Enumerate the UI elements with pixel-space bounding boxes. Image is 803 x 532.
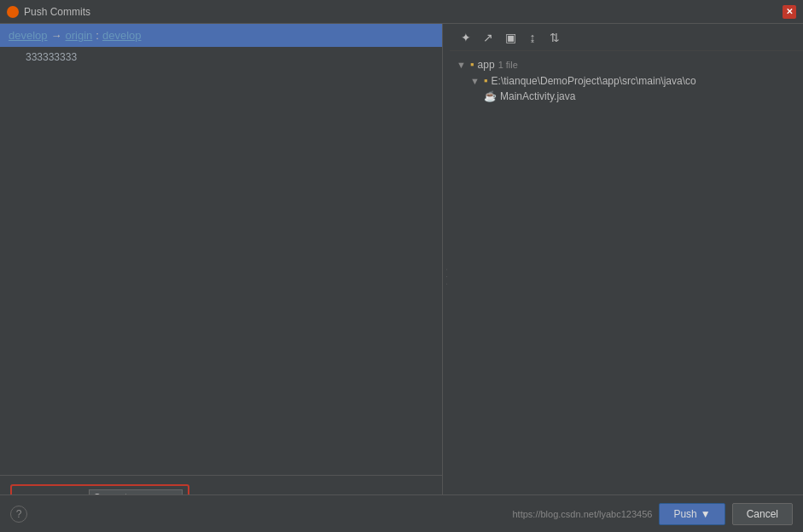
panel-divider[interactable]: · · · bbox=[443, 24, 450, 532]
cancel-button[interactable]: Cancel bbox=[732, 503, 793, 525]
branch-row[interactable]: develop → origin : develop bbox=[0, 24, 442, 47]
left-panel: develop → origin : develop 333333333 Pus… bbox=[0, 24, 443, 532]
commit-hash: 333333333 bbox=[26, 51, 77, 63]
toolbar-view-button[interactable]: ▣ bbox=[501, 28, 520, 47]
right-toolbar: ✦ ↗ ▣ ↨ ⇅ bbox=[450, 24, 803, 51]
toolbar-sort-desc-button[interactable]: ⇅ bbox=[545, 28, 564, 47]
tree-arrow-app: ▼ bbox=[457, 60, 467, 70]
branch-origin-link[interactable]: origin bbox=[66, 29, 93, 42]
branch-colon: : bbox=[96, 29, 99, 42]
folder-path-icon: ▪ bbox=[484, 74, 488, 87]
help-icon: ? bbox=[16, 508, 22, 520]
bottom-right: https://blog.csdn.net/lyabc123456 Push ▼… bbox=[512, 503, 793, 525]
toolbar-pin-button[interactable]: ✦ bbox=[457, 28, 475, 47]
title-bar: Push Commits ✕ bbox=[0, 0, 803, 24]
branch-arrow: → bbox=[51, 29, 62, 42]
branch-develop-link[interactable]: develop bbox=[9, 29, 48, 42]
push-dropdown-arrow-icon: ▼ bbox=[701, 508, 711, 520]
bottom-bar: ? https://blog.csdn.net/lyabc123456 Push… bbox=[0, 494, 803, 532]
main-container: develop → origin : develop 333333333 Pus… bbox=[0, 24, 803, 532]
tree-app-badge: 1 file bbox=[498, 60, 518, 70]
left-content-area bbox=[0, 67, 442, 475]
tree-file-label: MainActivity.java bbox=[500, 90, 575, 102]
right-panel: ✦ ↗ ▣ ↨ ⇅ ▼ ▪ app 1 file ▼ ▪ E:\tianque\… bbox=[450, 24, 803, 532]
tree-app-label: app bbox=[478, 59, 495, 71]
help-button[interactable]: ? bbox=[10, 506, 27, 523]
url-text: https://blog.csdn.net/lyabc123456 bbox=[512, 509, 652, 519]
close-button[interactable]: ✕ bbox=[783, 5, 796, 19]
cancel-label: Cancel bbox=[747, 508, 778, 520]
tree-arrow-folder: ▼ bbox=[470, 76, 480, 86]
commit-row: 333333333 bbox=[0, 47, 442, 67]
right-content: ▼ ▪ app 1 file ▼ ▪ E:\tianque\DemoProjec… bbox=[450, 51, 803, 511]
tree-item-file[interactable]: ☕ MainActivity.java bbox=[484, 89, 796, 104]
file-java-icon: ☕ bbox=[484, 90, 497, 102]
title-bar-title: Push Commits bbox=[24, 6, 783, 18]
tree-item-folder[interactable]: ▼ ▪ E:\tianque\DemoProject\app\src\main\… bbox=[470, 72, 796, 89]
folder-app-icon: ▪ bbox=[470, 58, 474, 71]
tree-item-app[interactable]: ▼ ▪ app 1 file bbox=[457, 56, 796, 72]
push-button[interactable]: Push ▼ bbox=[659, 503, 724, 525]
left-panel-wrapper: develop → origin : develop 333333333 Pus… bbox=[0, 24, 442, 532]
push-label: Push bbox=[673, 508, 696, 520]
tree-folder-label: E:\tianque\DemoProject\app\src\main\java… bbox=[492, 75, 696, 87]
toolbar-expand-button[interactable]: ↗ bbox=[479, 28, 498, 47]
title-bar-icon bbox=[7, 6, 19, 18]
toolbar-sort-asc-button[interactable]: ↨ bbox=[523, 28, 542, 47]
branch-remote-link[interactable]: develop bbox=[102, 29, 142, 42]
